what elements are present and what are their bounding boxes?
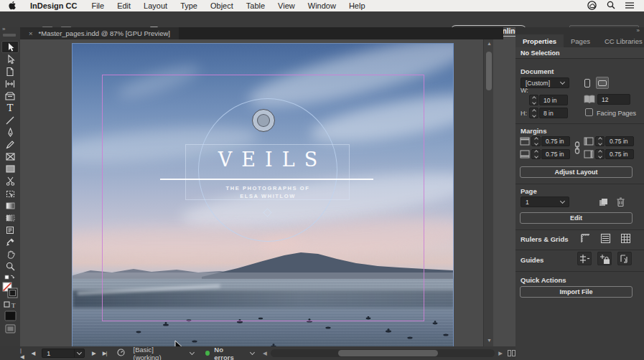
tool-content-collector[interactable] [1, 90, 19, 102]
preflight-profile[interactable]: [Basic] (working) [134, 346, 182, 360]
link-margins-icon[interactable] [572, 141, 582, 155]
tool-gap[interactable] [1, 77, 19, 90]
menu-edit[interactable]: Edit [111, 1, 137, 10]
previous-page-button[interactable]: ◀ [31, 350, 34, 356]
split-view-icon[interactable] [508, 350, 515, 356]
scroll-up-icon[interactable]: ▲ [487, 41, 492, 46]
next-page-button[interactable]: ▶ [92, 350, 95, 356]
menu-app[interactable]: InDesign CC [24, 1, 85, 10]
show-rulers-icon[interactable] [579, 232, 592, 245]
edit-page-button[interactable]: Edit [520, 212, 633, 224]
document-tab[interactable]: × *Master_pages.indd @ 87% [GPU Preview] [20, 27, 179, 39]
margin-right-stepper[interactable] [595, 149, 605, 159]
show-guides-button[interactable] [577, 252, 592, 265]
screen-mode-toggle[interactable] [1, 322, 19, 335]
swap-fill-stroke-icon[interactable] [1, 273, 19, 281]
tool-free-transform[interactable] [1, 187, 19, 199]
creative-cloud-icon[interactable] [587, 1, 597, 11]
adjust-layout-button[interactable]: Adjust Layout [520, 166, 633, 178]
menu-view[interactable]: View [271, 1, 302, 10]
preflight-icon[interactable] [117, 349, 125, 358]
vertical-scroll-thumb[interactable] [486, 52, 492, 90]
tool-page[interactable] [1, 65, 19, 77]
margin-left-field[interactable]: 0.75 in [605, 136, 634, 146]
lock-guides-button[interactable] [597, 252, 612, 265]
panel-collapse-icon[interactable]: » [637, 27, 640, 34]
pages-count-field[interactable]: 12 [597, 94, 630, 105]
tool-panel-grip[interactable] [3, 34, 16, 37]
preflight-chevron-icon[interactable] [190, 350, 195, 355]
tab-cc-libraries[interactable]: CC Libraries [597, 34, 644, 47]
formatting-affects-toggle[interactable]: T [1, 300, 19, 309]
margin-top-field[interactable]: 0.75 in [541, 136, 570, 146]
tool-rectangle[interactable] [1, 163, 19, 175]
errors-chevron-icon[interactable] [250, 350, 255, 355]
scroll-down-icon[interactable]: ▼ [487, 338, 492, 343]
scroll-right-icon[interactable]: ▶ [498, 350, 502, 356]
apple-menu-icon[interactable] [9, 1, 17, 11]
panel-tabs: Properties Pages CC Libraries [515, 34, 644, 47]
menu-type[interactable]: Type [174, 1, 204, 10]
import-file-button[interactable]: Import File [520, 286, 633, 298]
apply-color-button[interactable] [1, 309, 19, 322]
delete-page-icon[interactable] [615, 196, 625, 207]
horizontal-scrollbar[interactable] [271, 349, 495, 357]
tool-panel-header[interactable]: » [0, 27, 20, 39]
width-stepper[interactable] [529, 95, 538, 105]
tool-pen[interactable] [1, 126, 19, 138]
tool-hand[interactable] [1, 248, 19, 260]
facing-pages-checkbox[interactable] [585, 108, 593, 116]
width-field[interactable]: 10 in [539, 95, 568, 105]
tab-properties[interactable]: Properties [515, 34, 564, 47]
tool-color-theme[interactable] [1, 236, 19, 248]
menu-object[interactable]: Object [204, 1, 240, 10]
notification-center-icon[interactable] [625, 1, 634, 11]
tool-scissors[interactable] [1, 175, 19, 187]
page-select[interactable]: 1 [521, 196, 569, 207]
tool-gradient-feather[interactable] [1, 212, 19, 224]
height-stepper[interactable] [529, 108, 538, 118]
last-page-button[interactable]: ▶| [103, 350, 107, 356]
scroll-left-icon[interactable]: ◀ [263, 350, 266, 356]
tool-type[interactable]: T [1, 102, 19, 114]
vertical-scrollbar[interactable]: ▲ ▼ [483, 39, 493, 346]
tool-zoom[interactable] [1, 260, 19, 273]
smart-guides-button[interactable] [617, 252, 632, 265]
tool-direct-selection[interactable] [1, 53, 19, 65]
margin-top-stepper[interactable] [531, 136, 541, 146]
margin-left-stepper[interactable] [595, 136, 605, 146]
tool-pencil[interactable] [1, 138, 19, 151]
orientation-portrait-button[interactable] [582, 77, 593, 89]
margin-bottom-stepper[interactable] [531, 149, 541, 159]
tab-pages[interactable]: Pages [564, 34, 597, 47]
panel-expand-icon[interactable]: » [2, 26, 5, 32]
tool-gradient-swatch[interactable] [1, 199, 19, 212]
first-page-button[interactable]: |◀ [20, 347, 24, 360]
menu-window[interactable]: Window [302, 1, 342, 10]
tool-line[interactable] [1, 114, 19, 126]
menu-table[interactable]: Table [240, 1, 271, 10]
tab-close-icon[interactable]: × [29, 29, 33, 37]
cover-photo[interactable]: VEILS THE PHOTOGRAPHS OF ELSA WHITLOW [72, 43, 454, 346]
menu-file[interactable]: File [85, 1, 111, 10]
page-section-label: Page [521, 187, 537, 195]
document-grid-icon[interactable] [619, 232, 632, 245]
menu-layout[interactable]: Layout [137, 1, 174, 10]
orientation-landscape-button[interactable] [596, 77, 609, 89]
menu-help[interactable]: Help [342, 1, 372, 10]
spotlight-search-icon[interactable] [607, 1, 615, 11]
margin-right-field[interactable]: 0.75 in [605, 149, 634, 159]
tool-note[interactable] [1, 224, 19, 236]
error-status[interactable]: No errors [214, 346, 243, 360]
baseline-grid-icon[interactable] [599, 232, 612, 245]
tool-selection[interactable] [1, 41, 19, 53]
add-page-icon[interactable] [598, 197, 609, 207]
tool-rectangle-frame[interactable] [1, 151, 19, 163]
horizontal-scroll-thumb[interactable] [338, 350, 438, 356]
height-field[interactable]: 8 in [539, 108, 568, 118]
page-number-field[interactable]: 1 [42, 349, 85, 358]
fill-stroke-swatches[interactable] [1, 281, 19, 300]
page-field-chevron-icon[interactable] [74, 349, 84, 357]
document-canvas[interactable]: VEILS THE PHOTOGRAPHS OF ELSA WHITLOW [20, 39, 503, 346]
margin-bottom-field[interactable]: 0.75 in [541, 149, 570, 159]
